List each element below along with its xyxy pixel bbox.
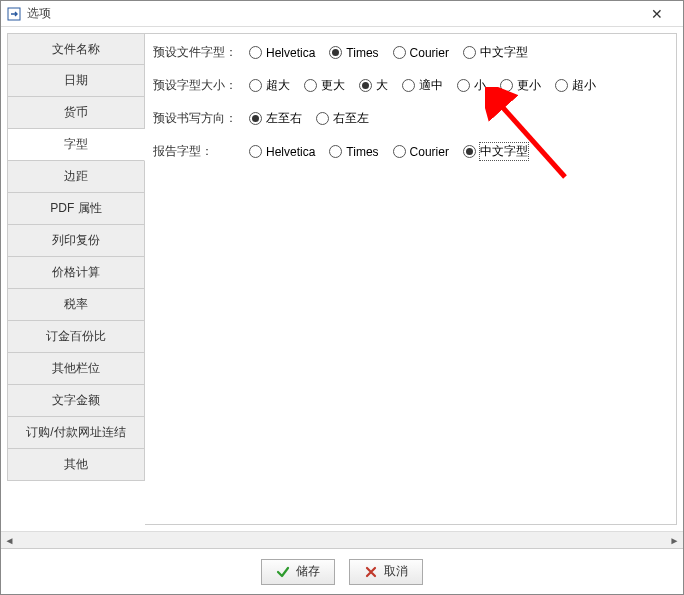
radio-icon: [393, 145, 406, 158]
direction-option-0[interactable]: 左至右: [249, 110, 302, 127]
radio-icon: [555, 79, 568, 92]
horizontal-scrollbar[interactable]: ◄ ►: [1, 531, 683, 548]
report_font-option-0[interactable]: Helvetica: [249, 145, 315, 159]
sidebar-item-0[interactable]: 文件名称: [7, 33, 145, 65]
footer: 储存 取消: [1, 548, 683, 594]
font_size-option-6[interactable]: 超小: [555, 77, 596, 94]
report_font-radio-group: HelveticaTimesCourier中文字型: [249, 143, 528, 160]
report_font-option-2[interactable]: Courier: [393, 145, 449, 159]
sidebar-item-label: 日期: [64, 72, 88, 89]
sidebar-item-label: PDF 属性: [50, 200, 101, 217]
sidebar-item-11[interactable]: 文字金额: [7, 385, 145, 417]
sidebar-item-label: 列印复份: [52, 232, 100, 249]
sidebar-item-10[interactable]: 其他栏位: [7, 353, 145, 385]
radio-label: 超小: [572, 77, 596, 94]
radio-label: 適中: [419, 77, 443, 94]
font_size-option-1[interactable]: 更大: [304, 77, 345, 94]
radio-label: Helvetica: [266, 145, 315, 159]
radio-label: 更小: [517, 77, 541, 94]
radio-label: 右至左: [333, 110, 369, 127]
scroll-left-arrow[interactable]: ◄: [1, 532, 18, 549]
close-button[interactable]: ✕: [637, 6, 677, 22]
direction-option-1[interactable]: 右至左: [316, 110, 369, 127]
titlebar: 选项 ✕: [1, 1, 683, 27]
window-title: 选项: [27, 5, 637, 22]
cancel-label: 取消: [384, 563, 408, 580]
row-report_font: 报告字型：HelveticaTimesCourier中文字型: [153, 143, 668, 160]
save-button[interactable]: 储存: [261, 559, 335, 585]
sidebar-item-label: 订金百份比: [46, 328, 106, 345]
radio-label: 左至右: [266, 110, 302, 127]
font_size-option-5[interactable]: 更小: [500, 77, 541, 94]
radio-icon: [329, 46, 342, 59]
sidebar-item-3[interactable]: 字型: [7, 129, 145, 161]
sidebar-item-label: 边距: [64, 168, 88, 185]
doc_font-option-3[interactable]: 中文字型: [463, 44, 528, 61]
sidebar-item-7[interactable]: 价格计算: [7, 257, 145, 289]
sidebar-item-4[interactable]: 边距: [7, 161, 145, 193]
check-icon: [276, 565, 290, 579]
radio-label: Helvetica: [266, 46, 315, 60]
direction-radio-group: 左至右右至左: [249, 110, 369, 127]
sidebar-item-13[interactable]: 其他: [7, 449, 145, 481]
radio-icon: [402, 79, 415, 92]
doc_font-option-0[interactable]: Helvetica: [249, 46, 315, 60]
options-dialog: 选项 ✕ 文件名称日期货币字型边距PDF 属性列印复份价格计算税率订金百份比其他…: [0, 0, 684, 595]
sidebar-item-12[interactable]: 订购/付款网址连结: [7, 417, 145, 449]
sidebar-item-8[interactable]: 税率: [7, 289, 145, 321]
sidebar-item-2[interactable]: 货币: [7, 97, 145, 129]
radio-label: Times: [346, 145, 378, 159]
annotation-arrow: [485, 87, 575, 187]
font_size-option-3[interactable]: 適中: [402, 77, 443, 94]
report_font-option-3[interactable]: 中文字型: [463, 143, 528, 160]
sidebar-item-label: 文件名称: [52, 41, 100, 58]
row-font_size: 预设字型大小：超大更大大適中小更小超小: [153, 77, 668, 94]
sidebar-item-1[interactable]: 日期: [7, 65, 145, 97]
radio-icon: [249, 79, 262, 92]
main-area: 文件名称日期货币字型边距PDF 属性列印复份价格计算税率订金百份比其他栏位文字金…: [1, 27, 683, 531]
sidebar: 文件名称日期货币字型边距PDF 属性列印复份价格计算税率订金百份比其他栏位文字金…: [7, 33, 145, 525]
radio-label: Courier: [410, 145, 449, 159]
report_font-option-1[interactable]: Times: [329, 145, 378, 159]
cancel-button[interactable]: 取消: [349, 559, 423, 585]
sidebar-item-label: 税率: [64, 296, 88, 313]
radio-label: 大: [376, 77, 388, 94]
sidebar-item-label: 价格计算: [52, 264, 100, 281]
radio-icon: [249, 112, 262, 125]
font_size-option-2[interactable]: 大: [359, 77, 388, 94]
radio-icon: [463, 145, 476, 158]
sidebar-item-label: 其他栏位: [52, 360, 100, 377]
radio-label: 超大: [266, 77, 290, 94]
font_size-option-0[interactable]: 超大: [249, 77, 290, 94]
radio-icon: [316, 112, 329, 125]
font_size-radio-group: 超大更大大適中小更小超小: [249, 77, 596, 94]
radio-icon: [329, 145, 342, 158]
save-label: 储存: [296, 563, 320, 580]
radio-label: 中文字型: [480, 44, 528, 61]
sidebar-item-6[interactable]: 列印复份: [7, 225, 145, 257]
sidebar-item-9[interactable]: 订金百份比: [7, 321, 145, 353]
radio-icon: [500, 79, 513, 92]
app-icon: [7, 7, 21, 21]
radio-icon: [457, 79, 470, 92]
scroll-right-arrow[interactable]: ►: [666, 532, 683, 549]
sidebar-item-label: 货币: [64, 104, 88, 121]
font_size-label: 预设字型大小：: [153, 77, 249, 94]
direction-label: 预设书写方向：: [153, 110, 249, 127]
cross-icon: [364, 565, 378, 579]
row-direction: 预设书写方向：左至右右至左: [153, 110, 668, 127]
row-doc_font: 预设文件字型：HelveticaTimesCourier中文字型: [153, 44, 668, 61]
sidebar-item-label: 其他: [64, 456, 88, 473]
sidebar-item-label: 订购/付款网址连结: [26, 424, 125, 441]
doc_font-option-2[interactable]: Courier: [393, 46, 449, 60]
sidebar-item-5[interactable]: PDF 属性: [7, 193, 145, 225]
doc_font-option-1[interactable]: Times: [329, 46, 378, 60]
doc_font-radio-group: HelveticaTimesCourier中文字型: [249, 44, 528, 61]
report_font-label: 报告字型：: [153, 143, 249, 160]
radio-icon: [249, 46, 262, 59]
font_size-option-4[interactable]: 小: [457, 77, 486, 94]
dialog-body: 文件名称日期货币字型边距PDF 属性列印复份价格计算税率订金百份比其他栏位文字金…: [1, 27, 683, 594]
radio-icon: [393, 46, 406, 59]
radio-label: 小: [474, 77, 486, 94]
radio-icon: [249, 145, 262, 158]
